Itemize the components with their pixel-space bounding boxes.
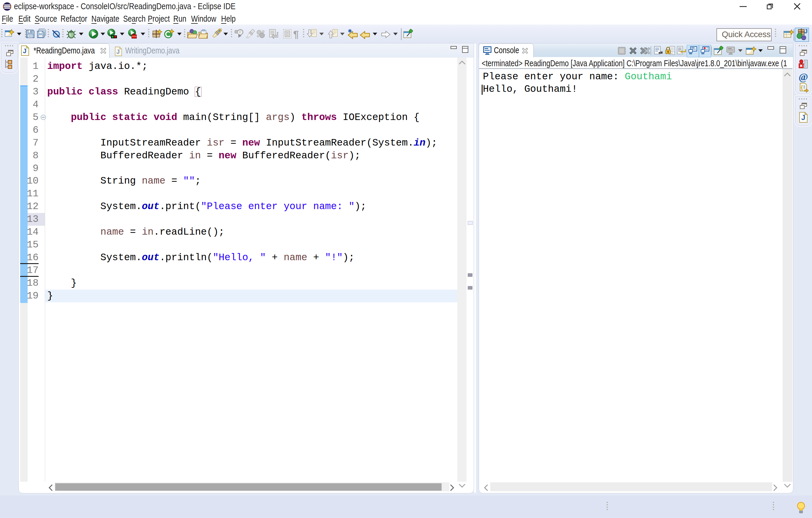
svg-text:J: J [804, 28, 808, 34]
svg-text:J: J [116, 48, 120, 55]
svg-text:J: J [801, 113, 805, 121]
svg-text:J: J [23, 47, 26, 55]
svg-text:{: { [801, 84, 803, 90]
